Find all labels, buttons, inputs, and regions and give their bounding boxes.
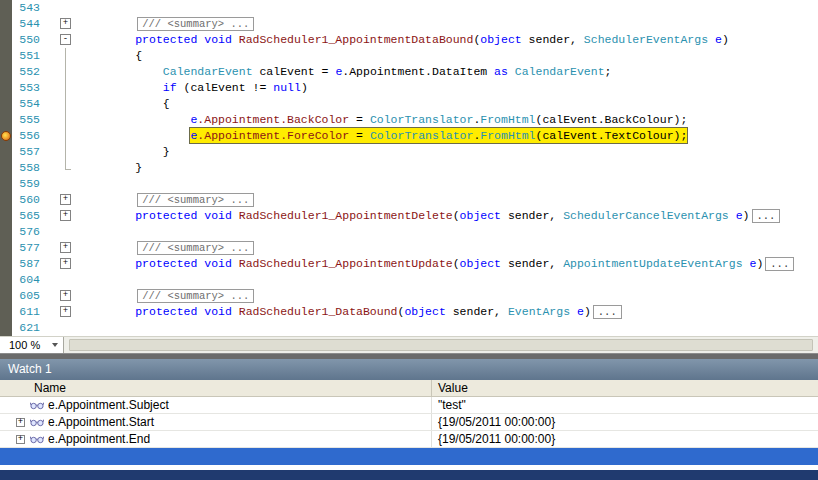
code-token: protected void	[135, 257, 239, 270]
code-token	[80, 65, 163, 78]
zoom-control[interactable]: 100 %	[0, 337, 64, 353]
breakpoint-margin[interactable]	[0, 32, 12, 48]
breakpoint-margin[interactable]	[0, 176, 12, 192]
column-header-value[interactable]: Value	[432, 380, 818, 396]
watch-name-cell[interactable]	[0, 448, 432, 464]
code-line[interactable]: 543	[0, 0, 818, 16]
breakpoint-margin[interactable]	[0, 224, 12, 240]
collapsed-summary-box[interactable]: /// <summary> ...	[137, 289, 254, 303]
code-text	[80, 320, 818, 336]
breakpoint-margin[interactable]	[0, 80, 12, 96]
code-token: {	[80, 49, 142, 62]
watch-row[interactable]: + e.Appointment.Start{19/05/2011 00:00:0…	[0, 414, 818, 431]
watch-name-cell[interactable]: e.Appointment.Subject	[0, 397, 432, 413]
code-line[interactable]: 558 }	[0, 160, 818, 176]
expand-region-icon[interactable]: +	[60, 306, 71, 317]
code-token	[80, 81, 163, 94]
code-line[interactable]: 551 {	[0, 48, 818, 64]
code-text	[80, 0, 818, 16]
expand-toggle[interactable]: +	[16, 435, 25, 444]
breakpoint-margin[interactable]	[0, 96, 12, 112]
code-text: protected void RadScheduler1_Appointment…	[80, 32, 818, 48]
breakpoint-margin[interactable]	[0, 0, 12, 16]
collapsed-summary-box[interactable]: /// <summary> ...	[137, 17, 254, 31]
code-line[interactable]: 550- protected void RadScheduler1_Appoin…	[0, 32, 818, 48]
code-line[interactable]: 553 if (calEvent != null)	[0, 80, 818, 96]
collapsed-body-box[interactable]: ...	[593, 305, 622, 319]
scrollbar-thumb[interactable]	[69, 339, 813, 351]
line-number: 604	[12, 272, 52, 288]
code-line[interactable]: 565+ protected void RadScheduler1_Appoin…	[0, 208, 818, 224]
expand-region-icon[interactable]: +	[60, 18, 71, 29]
code-line[interactable]: 560+ /// <summary> ...	[0, 192, 818, 208]
breakpoint-margin[interactable]	[0, 160, 12, 176]
chevron-down-icon	[52, 343, 58, 347]
breakpoint-margin[interactable]	[0, 288, 12, 304]
horizontal-scrollbar[interactable]	[64, 337, 818, 353]
expand-region-icon[interactable]: +	[60, 242, 71, 253]
breakpoint-margin[interactable]	[0, 192, 12, 208]
code-line[interactable]: 554 {	[0, 96, 818, 112]
code-line[interactable]: 605+ /// <summary> ...	[0, 288, 818, 304]
line-number: 544	[12, 16, 52, 32]
breakpoint-margin[interactable]	[0, 112, 12, 128]
expand-toggle[interactable]: +	[16, 418, 25, 427]
breakpoint-margin[interactable]	[0, 64, 12, 80]
fold-margin: +	[52, 16, 80, 32]
breakpoint-current-statement-icon[interactable]	[1, 131, 11, 141]
watch-value-cell[interactable]: {19/05/2011 00:00:00}	[432, 431, 818, 447]
code-line[interactable]: 544+ /// <summary> ...	[0, 16, 818, 32]
code-line[interactable]: 556 e.Appointment.ForeColor = ColorTrans…	[0, 128, 818, 144]
line-number: 555	[12, 112, 52, 128]
code-line[interactable]: 604	[0, 272, 818, 288]
breakpoint-margin[interactable]	[0, 48, 12, 64]
code-text: e.Appointment.BackColor = ColorTranslato…	[80, 112, 818, 128]
code-token: AppointmentUpdateEventArgs	[563, 257, 742, 270]
watch-name-cell[interactable]: + e.Appointment.Start	[0, 414, 432, 430]
column-header-name[interactable]: Name	[0, 380, 432, 396]
breakpoint-margin[interactable]	[0, 320, 12, 336]
collapsed-summary-box[interactable]: /// <summary> ...	[137, 193, 254, 207]
code-line[interactable]: 576	[0, 224, 818, 240]
code-text: e.Appointment.ForeColor = ColorTranslato…	[80, 128, 818, 144]
watch-value-cell[interactable]	[432, 448, 818, 464]
watch-panel: Watch 1 Name Value e.Appointment.Subject…	[0, 359, 818, 470]
code-line[interactable]: 557 }	[0, 144, 818, 160]
breakpoint-margin[interactable]	[0, 304, 12, 320]
code-line[interactable]: 611+ protected void RadScheduler1_DataBo…	[0, 304, 818, 320]
watch-row[interactable]: e.Appointment.Subject"test"	[0, 397, 818, 414]
code-token	[729, 209, 736, 222]
breakpoint-margin[interactable]	[0, 16, 12, 32]
expand-region-icon[interactable]: +	[60, 290, 71, 301]
watch-name-cell[interactable]: + e.Appointment.End	[0, 431, 432, 447]
watch-row-empty[interactable]	[0, 448, 818, 465]
watch-row[interactable]: + e.Appointment.End{19/05/2011 00:00:00}	[0, 431, 818, 448]
expand-region-icon[interactable]: +	[60, 258, 71, 269]
breakpoint-margin[interactable]	[0, 256, 12, 272]
code-text: /// <summary> ...	[80, 192, 818, 208]
collapsed-summary-box[interactable]: /// <summary> ...	[137, 241, 254, 255]
code-editor[interactable]: 543544+ /// <summary> ...550- protected …	[0, 0, 818, 336]
code-line[interactable]: 559	[0, 176, 818, 192]
collapse-region-icon[interactable]: -	[60, 34, 71, 45]
watch-rows: e.Appointment.Subject"test"+ e.Appointme…	[0, 397, 818, 465]
breakpoint-margin[interactable]	[0, 240, 12, 256]
expand-region-icon[interactable]: +	[60, 194, 71, 205]
code-token	[80, 17, 135, 30]
expand-region-icon[interactable]: +	[60, 210, 71, 221]
breakpoint-margin[interactable]	[0, 272, 12, 288]
watch-value-cell[interactable]: {19/05/2011 00:00:00}	[432, 414, 818, 430]
collapsed-body-box[interactable]: ...	[765, 257, 794, 271]
code-line[interactable]: 555 e.Appointment.BackColor = ColorTrans…	[0, 112, 818, 128]
breakpoint-margin[interactable]	[0, 208, 12, 224]
breakpoint-margin[interactable]	[0, 144, 12, 160]
code-line[interactable]: 621	[0, 320, 818, 336]
watch-value-cell[interactable]: "test"	[432, 397, 818, 413]
code-line[interactable]: 552 CalendarEvent calEvent = e.Appointme…	[0, 64, 818, 80]
code-line[interactable]: 577+ /// <summary> ...	[0, 240, 818, 256]
breakpoint-margin[interactable]	[0, 128, 12, 144]
code-token: (calEvent !=	[177, 81, 274, 94]
code-line[interactable]: 587+ protected void RadScheduler1_Appoin…	[0, 256, 818, 272]
collapsed-body-box[interactable]: ...	[752, 209, 781, 223]
code-token: )	[722, 33, 729, 46]
